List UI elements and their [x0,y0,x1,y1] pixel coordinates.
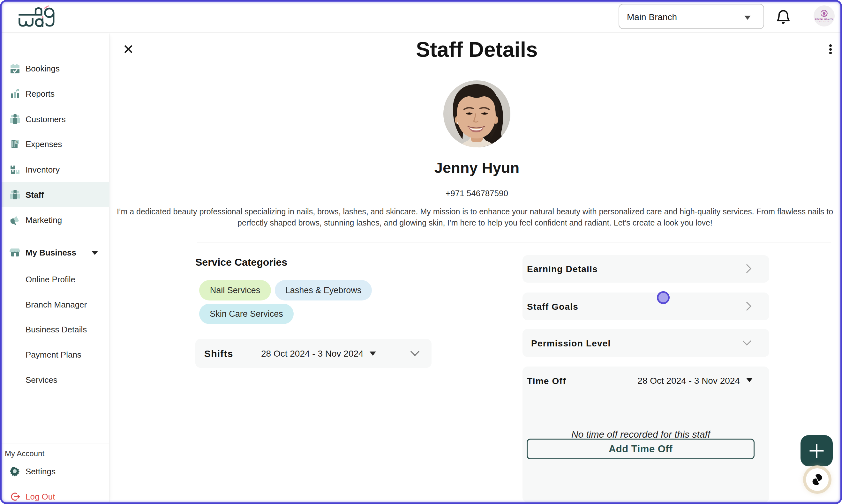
svg-text:REVEAL BEAUTY: REVEAL BEAUTY [815,18,834,20]
svg-text:$: $ [16,140,18,144]
svg-text:Look Good, Feel Good: Look Good, Feel Good [817,21,831,23]
